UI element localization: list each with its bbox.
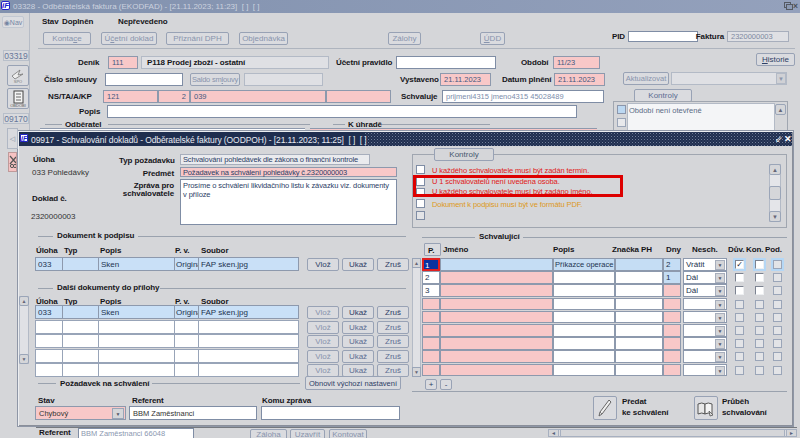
- svg-text:OBDOBÍ: OBDOBÍ: [10, 103, 26, 108]
- svg-text:SPO: SPO: [14, 79, 22, 84]
